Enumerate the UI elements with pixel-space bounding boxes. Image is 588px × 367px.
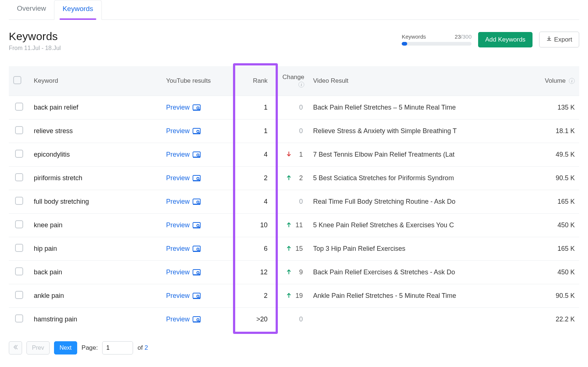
row-checkbox[interactable]	[15, 244, 23, 252]
video-result-cell[interactable]: Back Pain Relief Stretches – 5 Minute Re…	[313, 104, 460, 111]
keyword-cell: back pain relief	[29, 96, 162, 120]
change-cell: 19	[276, 292, 304, 300]
table-row: back painPreview129Back Pain Relief Exer…	[9, 261, 579, 284]
table-row: hip painPreview615Top 3 Hip Pain Relief …	[9, 237, 579, 261]
preview-link[interactable]: Preview	[166, 174, 201, 182]
preview-link[interactable]: Preview	[166, 316, 201, 323]
rank-cell: 12	[239, 261, 272, 284]
row-checkbox[interactable]	[15, 267, 23, 275]
row-checkbox[interactable]	[15, 150, 23, 158]
page-total[interactable]: 2	[144, 344, 148, 351]
col-video-result[interactable]: Video Result	[309, 66, 535, 96]
page-of-label: of	[137, 344, 143, 351]
svg-rect-28	[193, 322, 200, 323]
preview-link[interactable]: Preview	[166, 268, 201, 276]
table-row: epicondylitisPreview417 Best Tennis Elbo…	[9, 143, 579, 167]
video-result-cell[interactable]: Back Pain Relief Exercises & Stretches -…	[313, 268, 460, 276]
col-change[interactable]: Change i	[272, 66, 309, 96]
info-icon[interactable]: i	[569, 78, 575, 84]
svg-rect-4	[193, 133, 200, 134]
volume-cell: 450 K	[535, 214, 579, 237]
preview-label: Preview	[166, 221, 190, 229]
svg-rect-1	[193, 110, 200, 111]
svg-rect-16	[193, 228, 200, 228]
keyword-cell: back pain	[29, 261, 162, 284]
volume-cell: 135 K	[535, 96, 579, 120]
preview-link[interactable]: Preview	[166, 104, 201, 111]
preview-label: Preview	[166, 316, 190, 323]
table-row: hamstring painPreview>20022.2 K	[9, 308, 579, 331]
table-row: relieve stressPreview10Relieve Stress & …	[9, 120, 579, 143]
first-page-button[interactable]	[9, 341, 22, 354]
preview-link[interactable]: Preview	[166, 127, 201, 135]
info-icon[interactable]: i	[298, 82, 304, 88]
svg-rect-13	[193, 204, 200, 205]
arrow-down-icon	[287, 151, 291, 158]
tab-keywords[interactable]: Keywords	[54, 0, 101, 20]
rank-cell: 6	[239, 237, 272, 261]
preview-icon	[193, 316, 201, 323]
keywords-count-current: 23	[455, 33, 461, 40]
tab-overview[interactable]: Overview	[9, 0, 54, 19]
svg-rect-25	[193, 298, 200, 299]
change-cell: 9	[276, 268, 304, 276]
keyword-cell: full body stretching	[29, 190, 162, 214]
row-checkbox[interactable]	[15, 103, 23, 111]
video-result-cell[interactable]: Top 3 Hip Pain Relief Exercises	[313, 245, 460, 253]
arrow-up-icon	[287, 174, 291, 182]
preview-icon	[193, 104, 201, 111]
page-number-input[interactable]	[102, 341, 133, 354]
row-checkbox[interactable]	[15, 126, 23, 134]
change-cell: 0	[276, 104, 304, 111]
change-cell: 0	[276, 316, 304, 323]
preview-label: Preview	[166, 174, 190, 182]
col-youtube-results[interactable]: YouTube results	[162, 66, 239, 96]
volume-cell: 18.1 K	[535, 120, 579, 143]
pagination: Prev Next Page: of 2	[9, 341, 579, 354]
video-result-cell[interactable]: 5 Knee Pain Relief Stretches & Exercises…	[313, 221, 460, 229]
preview-label: Preview	[166, 151, 190, 158]
volume-cell: 165 K	[535, 190, 579, 214]
export-button[interactable]: Export	[539, 32, 579, 47]
video-result-cell[interactable]: 7 Best Tennis Elbow Pain Relief Treatmen…	[313, 151, 460, 158]
date-range: From 11.Jul - 18.Jul	[9, 45, 61, 51]
row-checkbox[interactable]	[15, 197, 23, 205]
keyword-cell: hamstring pain	[29, 308, 162, 331]
preview-label: Preview	[166, 292, 190, 300]
change-cell: 11	[276, 221, 304, 229]
keywords-table: Keyword YouTube results Rank Change i Vi…	[9, 66, 579, 331]
col-rank[interactable]: Rank	[239, 66, 272, 96]
prev-page-button[interactable]: Prev	[26, 341, 50, 354]
col-volume[interactable]: Volume i	[535, 66, 579, 96]
select-all-checkbox[interactable]	[13, 76, 21, 84]
preview-icon	[193, 222, 201, 229]
rank-cell: 1	[239, 120, 272, 143]
video-result-cell[interactable]: Ankle Pain Relief Stretches - 5 Minute R…	[313, 292, 460, 300]
keyword-cell: ankle pain	[29, 284, 162, 308]
add-keywords-button[interactable]: Add Keywords	[478, 32, 533, 47]
row-checkbox[interactable]	[15, 173, 23, 181]
video-result-cell[interactable]: Relieve Stress & Anxiety with Simple Bre…	[313, 127, 460, 135]
col-keyword[interactable]: Keyword	[29, 66, 162, 96]
volume-cell: 450 K	[535, 261, 579, 284]
rank-cell: 10	[239, 214, 272, 237]
arrow-up-icon	[287, 268, 291, 276]
rank-cell: 2	[239, 284, 272, 308]
preview-link[interactable]: Preview	[166, 292, 201, 300]
volume-cell: 22.2 K	[535, 308, 579, 331]
next-page-button[interactable]: Next	[54, 341, 77, 354]
preview-link[interactable]: Preview	[166, 151, 201, 158]
keyword-cell: relieve stress	[29, 120, 162, 143]
video-result-cell[interactable]: 5 Best Sciatica Stretches for Piriformis…	[313, 174, 460, 182]
keyword-cell: epicondylitis	[29, 143, 162, 167]
arrow-up-icon	[287, 221, 291, 229]
preview-link[interactable]: Preview	[166, 198, 201, 206]
row-checkbox[interactable]	[15, 220, 23, 228]
preview-link[interactable]: Preview	[166, 221, 201, 229]
row-checkbox[interactable]	[15, 314, 23, 323]
preview-icon	[193, 246, 201, 252]
preview-label: Preview	[166, 104, 190, 111]
row-checkbox[interactable]	[15, 291, 23, 299]
preview-link[interactable]: Preview	[166, 245, 201, 253]
video-result-cell[interactable]: Real Time Full Body Stretching Routine -…	[313, 198, 460, 206]
